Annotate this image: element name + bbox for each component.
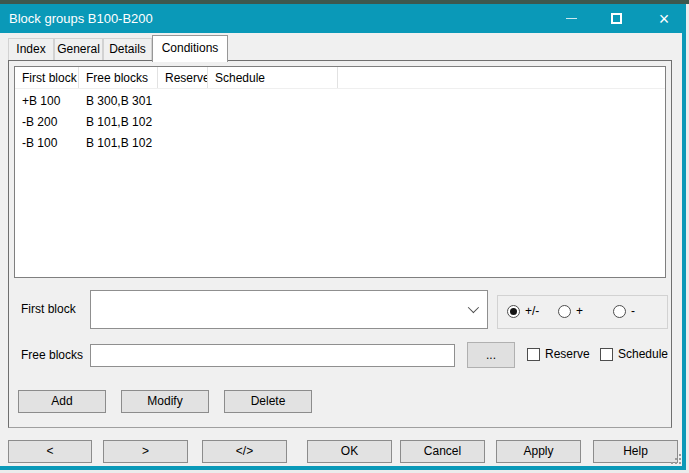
help-button[interactable]: Help: [593, 440, 678, 463]
radio-plus-minus-label: +/-: [525, 305, 539, 318]
delete-button[interactable]: Delete: [224, 390, 312, 413]
chevron-down-icon: [468, 302, 479, 313]
radio-minus-label: -: [631, 305, 635, 318]
modify-button[interactable]: Modify: [121, 390, 209, 413]
cell-schedule: [208, 91, 338, 112]
column-header-reserve[interactable]: Reserve: [158, 67, 208, 88]
dialog-client-area: Index General Details Conditions First b…: [0, 33, 682, 466]
close-button[interactable]: ×: [648, 4, 680, 33]
conditions-list: First block Free blocks Reserve Schedule…: [14, 66, 666, 278]
reserve-checkbox-label: Reserve: [545, 348, 590, 361]
radio-plus-minus[interactable]: +/-: [507, 305, 539, 318]
free-blocks-label: Free blocks: [21, 348, 83, 363]
column-header-free-blocks[interactable]: Free blocks: [79, 67, 158, 88]
minimize-button[interactable]: [555, 4, 587, 33]
column-header-first-block[interactable]: First block: [15, 67, 79, 88]
column-header-schedule[interactable]: Schedule: [208, 67, 338, 88]
first-block-combobox-value: [97, 302, 457, 318]
maximize-button[interactable]: [600, 4, 632, 33]
cell-first-block: +B 100: [15, 91, 79, 112]
cell-reserve: [158, 133, 208, 154]
tab-conditions[interactable]: Conditions: [152, 35, 228, 62]
radio-icon: [507, 305, 520, 318]
cell-first-block: -B 100: [15, 133, 79, 154]
apply-button[interactable]: Apply: [496, 440, 581, 463]
ok-button[interactable]: OK: [307, 440, 392, 463]
resize-grip[interactable]: [671, 454, 683, 466]
free-blocks-input[interactable]: [90, 344, 455, 367]
list-header-row: First block Free blocks Reserve Schedule: [15, 67, 665, 89]
radio-plus[interactable]: +: [558, 305, 583, 318]
radio-plus-label: +: [576, 305, 583, 318]
list-row[interactable]: +B 100 B 300,B 301: [15, 91, 665, 112]
window-title: Block groups B100-B200: [9, 11, 153, 26]
cell-free-blocks: B 101,B 102: [79, 133, 158, 154]
schedule-checkbox[interactable]: Schedule: [600, 348, 668, 361]
sign-radio-group: +/- + -: [497, 295, 668, 329]
cancel-button[interactable]: Cancel: [400, 440, 485, 463]
first-block-combobox[interactable]: [90, 290, 488, 329]
dialog-window: Block groups B100-B200 × Index General D…: [0, 4, 686, 470]
cell-schedule: [208, 112, 338, 133]
minimize-icon: [566, 18, 577, 19]
cell-reserve: [158, 112, 208, 133]
column-header-filler: [338, 67, 665, 88]
tab-index[interactable]: Index: [8, 38, 54, 61]
titlebar[interactable]: Block groups B100-B200 ×: [0, 4, 682, 33]
cell-reserve: [158, 91, 208, 112]
radio-icon: [558, 305, 571, 318]
add-button[interactable]: Add: [18, 390, 106, 413]
resize-grip-icon: [679, 462, 681, 464]
browse-button[interactable]: ...: [467, 342, 515, 368]
close-icon: ×: [659, 10, 670, 28]
cell-schedule: [208, 133, 338, 154]
checkbox-icon: [527, 348, 540, 361]
tab-details[interactable]: Details: [103, 38, 152, 61]
radio-minus[interactable]: -: [613, 305, 635, 318]
cell-free-blocks: B 101,B 102: [79, 112, 158, 133]
checkbox-icon: [600, 348, 613, 361]
list-rows: +B 100 B 300,B 301 -B 200 B 101,B 102 -B…: [15, 89, 665, 154]
maximize-icon: [611, 13, 622, 24]
list-row[interactable]: -B 100 B 101,B 102: [15, 133, 665, 154]
reserve-checkbox[interactable]: Reserve: [527, 348, 590, 361]
radio-icon: [613, 305, 626, 318]
previous-button[interactable]: <: [8, 440, 92, 463]
schedule-checkbox-label: Schedule: [618, 348, 668, 361]
cell-first-block: -B 200: [15, 112, 79, 133]
code-view-button[interactable]: </>: [202, 440, 287, 463]
list-row[interactable]: -B 200 B 101,B 102: [15, 112, 665, 133]
next-button[interactable]: >: [103, 440, 188, 463]
cell-free-blocks: B 300,B 301: [79, 91, 158, 112]
tab-general[interactable]: General: [54, 38, 103, 61]
first-block-label: First block: [21, 302, 76, 317]
